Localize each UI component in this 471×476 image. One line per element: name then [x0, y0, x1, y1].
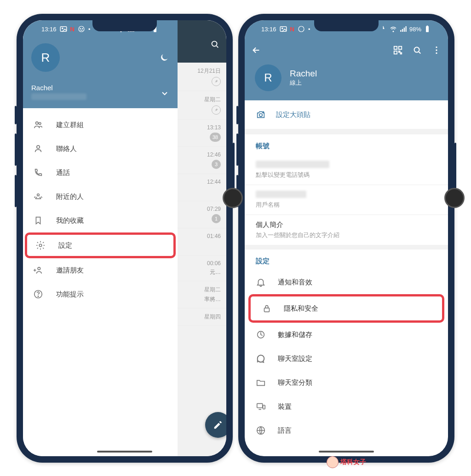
drawer-item-label: 我的收藏 [56, 216, 84, 225]
svg-rect-23 [394, 46, 397, 49]
username-blurred [256, 191, 306, 198]
drawer-item-label: 通話 [56, 168, 70, 177]
drawer-item-nearby[interactable]: 附近的人 [23, 185, 178, 209]
settings-privacy[interactable]: 隱私和安全 [248, 294, 444, 323]
signal-icon [399, 25, 408, 33]
cat-icon [297, 25, 305, 33]
svg-rect-24 [399, 46, 402, 49]
search-icon[interactable] [412, 45, 422, 55]
drawer-item-contacts[interactable]: 聯絡人 [23, 137, 178, 161]
compose-fab[interactable] [205, 412, 226, 438]
svg-point-11 [37, 194, 40, 196]
back-icon[interactable] [251, 45, 261, 55]
status-time: 13:16 [41, 26, 57, 33]
settings-data[interactable]: 數據和儲存 [245, 323, 448, 347]
drawer-item-new-group[interactable]: 建立群組 [23, 113, 178, 137]
chat-list-behind: 12月21日 星期二 13:1338 12:463 12:44 07:291 0… [178, 20, 226, 456]
image-icon [279, 25, 287, 33]
qr-icon[interactable] [393, 45, 403, 55]
drawer-item-saved[interactable]: 我的收藏 [23, 209, 178, 232]
phone-number-blurred [256, 161, 329, 168]
account-bio-row[interactable]: 個人簡介 加入一些關於您自己的文字介紹 [245, 215, 448, 245]
bookmark-icon [33, 215, 43, 226]
drawer-item-settings[interactable]: 設定 [25, 232, 176, 258]
status-time: 13:16 [261, 26, 276, 33]
settings-chat[interactable]: 聊天室設定 [245, 347, 448, 371]
drawer-item-tips[interactable]: 功能提示 [23, 282, 178, 306]
netflix-icon: N [290, 26, 294, 33]
search-icon[interactable] [210, 39, 220, 49]
group-icon [33, 120, 43, 130]
drawer-item-label: 功能提示 [56, 290, 84, 299]
more-icon[interactable] [431, 45, 442, 55]
drawer-item-calls[interactable]: 通話 [23, 161, 178, 185]
cat-icon [77, 25, 86, 33]
drawer-item-invite[interactable]: 邀請朋友 [23, 258, 178, 282]
svg-point-10 [37, 145, 40, 148]
svg-rect-33 [264, 308, 270, 312]
drawer-item-label: 附近的人 [56, 192, 84, 201]
svg-point-18 [281, 28, 282, 29]
section-settings-title: 設定 [245, 250, 448, 270]
svg-point-32 [259, 114, 262, 116]
pin-icon [212, 77, 221, 86]
settings-language[interactable]: 語言 [245, 418, 448, 442]
watermark: 塔科女子 [327, 456, 366, 468]
account-phone-row[interactable]: 點擊以變更電話號碼 [245, 155, 448, 185]
svg-point-4 [82, 29, 83, 29]
settings-notifications[interactable]: 通知和音效 [245, 270, 448, 294]
section-account-title: 帳號 [245, 134, 448, 155]
battery-percent: 98% [409, 26, 421, 33]
svg-point-2 [79, 26, 84, 32]
svg-point-29 [436, 46, 437, 48]
drawer-user-name: Rachel [31, 84, 86, 92]
globe-icon [256, 425, 266, 435]
person-icon [33, 144, 43, 154]
svg-rect-25 [394, 51, 397, 54]
gear-icon [35, 240, 46, 250]
svg-rect-27 [401, 53, 402, 54]
svg-point-1 [62, 28, 63, 29]
chevron-down-icon[interactable] [160, 89, 169, 98]
svg-rect-26 [399, 51, 400, 52]
more-dot: • [308, 26, 310, 33]
svg-point-15 [38, 296, 38, 296]
bell-icon [256, 277, 266, 287]
svg-point-20 [393, 31, 394, 32]
svg-point-12 [39, 244, 42, 247]
nearby-icon [33, 192, 43, 202]
svg-point-19 [299, 26, 304, 32]
drawer-item-label: 聯絡人 [56, 145, 77, 153]
drawer-item-label: 邀請朋友 [56, 266, 84, 275]
drawer-item-label: 設定 [58, 241, 72, 250]
battery-icon [423, 25, 431, 33]
set-photo-label: 設定大頭貼 [276, 110, 310, 119]
avatar[interactable]: R [255, 64, 281, 91]
svg-point-28 [414, 47, 419, 52]
vibrate-icon [379, 25, 387, 33]
svg-rect-21 [426, 26, 429, 32]
camera-lens-decoration [223, 188, 243, 208]
add-person-icon [33, 265, 43, 275]
wifi-icon [389, 25, 397, 33]
profile-name: Rachel [290, 69, 317, 79]
folder-icon [256, 377, 266, 388]
home-indicator[interactable] [97, 451, 152, 453]
settings-devices[interactable]: 裝置 [245, 395, 448, 418]
data-icon [256, 330, 266, 340]
svg-point-30 [436, 49, 437, 51]
pin-icon [212, 105, 221, 115]
home-indicator[interactable] [319, 451, 374, 453]
night-mode-icon[interactable] [159, 52, 169, 63]
svg-rect-36 [263, 405, 265, 409]
camera-lens-decoration [444, 188, 465, 208]
svg-point-8 [36, 122, 39, 125]
set-photo-row[interactable]: 設定大頭貼 [245, 100, 448, 134]
camera-add-icon [256, 110, 266, 120]
avatar[interactable]: R [31, 43, 60, 72]
netflix-icon: N [70, 26, 75, 33]
help-icon [33, 289, 43, 299]
settings-folders[interactable]: 聊天室分類 [245, 371, 448, 395]
account-username-row[interactable]: 用戶名稱 [245, 185, 448, 215]
svg-point-3 [80, 29, 81, 29]
